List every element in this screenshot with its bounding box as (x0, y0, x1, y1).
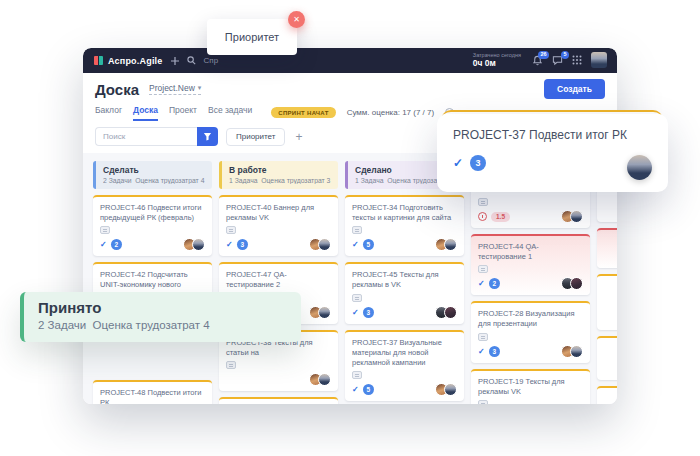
kanban-card[interactable] (597, 336, 617, 380)
kanban-card[interactable]: PROJECT-34 Подготовить тексты и картинки… (345, 195, 464, 256)
time-spent-badge: 1.5 (491, 212, 510, 222)
card-title: PROJECT-19 Тексты для рекламы VK (478, 377, 583, 397)
kanban-card[interactable]: PROJECT-44 QA-тестирование 1✓2 (471, 234, 590, 295)
estimate-badge: 2 (111, 239, 122, 250)
funnel-icon (203, 132, 212, 141)
kanban-card[interactable]: PROJECT-45 Тексты для рекламы в VK✓3 (345, 262, 464, 323)
user-avatar[interactable] (591, 52, 607, 68)
column-title: Сделать (103, 165, 206, 175)
nav-menu-partial[interactable]: Спр (204, 56, 219, 65)
description-icon (226, 361, 236, 369)
card-footer-left: ✓2 (478, 278, 500, 289)
check-icon: ✓ (352, 308, 359, 317)
card-footer: ✓3 (478, 345, 583, 358)
avatar (570, 210, 583, 223)
search-icon[interactable] (187, 56, 196, 65)
avatar (444, 383, 457, 396)
assignee-avatars (561, 277, 583, 290)
check-icon: ✓ (352, 385, 359, 394)
column-subtitle: 2 Задачи Оценка трудозатрат 4 (103, 177, 206, 184)
create-button[interactable]: Создать (544, 79, 605, 99)
column-subtitle: 1 Задача Оценка трудозатрат 3 (229, 177, 332, 184)
task-popup-card[interactable]: PROJECT-37 Подвести итог РК ✓ 3 (437, 114, 668, 192)
avatar (444, 238, 457, 251)
kanban-card[interactable] (597, 274, 617, 330)
priority-filter-chip[interactable]: Приоритет (226, 128, 285, 146)
kanban-card[interactable]: теории✓3 (219, 397, 338, 404)
brand-name: Аспро.Agile (108, 56, 163, 66)
score-label: Сумм. оценка: 17 (7 / 7) (347, 108, 435, 117)
check-icon: ✓ (478, 347, 485, 356)
description-icon (226, 226, 236, 234)
card-footer: ✓5 (352, 238, 457, 251)
brand: Аспро.Agile (93, 55, 163, 66)
kanban-card[interactable]: PROJECT-48 Подвести итоги РК✓2 (93, 380, 212, 404)
tab-board[interactable]: Доска (133, 105, 158, 121)
kanban-card[interactable]: PROJECT-40 Баннер для рекламы VK✓3 (219, 195, 338, 256)
notifications-button[interactable]: 26 (532, 55, 543, 66)
messages-button[interactable]: 5 (552, 55, 563, 66)
board-column (597, 161, 617, 404)
check-icon: ✓ (478, 279, 485, 288)
tab-all-tasks[interactable]: Все задачи (208, 105, 252, 121)
card-title: PROJECT-37 Визуальные материалы для ново… (352, 338, 457, 368)
card-footer: 1.5 (478, 210, 583, 223)
assignee-avatars (309, 373, 331, 386)
page: Аспро.Agile Спр Затрачено сегодня 0ч 0м (0, 0, 700, 456)
assignee-avatar (627, 155, 652, 180)
kanban-card[interactable] (597, 386, 617, 404)
tab-backlog[interactable]: Баклог (95, 105, 122, 121)
kanban-card[interactable]: PROJECT-19 Тексты для рекламы VK✓5 (471, 369, 590, 405)
card-title: PROJECT-40 Баннер для рекламы VK (226, 203, 331, 223)
estimate-badge: 3 (489, 346, 500, 357)
board-column: 1.5PROJECT-44 QA-тестирование 1✓2PROJECT… (471, 161, 590, 404)
description-icon (352, 371, 362, 379)
assignee-avatars (309, 306, 331, 319)
kanban-card[interactable]: PROJECT-28 Визуализация для презентации✓… (471, 301, 590, 362)
assignee-avatars (435, 306, 457, 319)
card-footer: ✓3 (352, 306, 457, 319)
column-header: В работе1 Задача Оценка трудозатрат 3 (219, 161, 338, 189)
kanban-card[interactable]: PROJECT-37 Визуальные материалы для ново… (345, 330, 464, 401)
card-footer-left: ✓5 (352, 239, 374, 250)
estimate-badge: 3 (363, 307, 374, 318)
description-icon (478, 333, 488, 341)
sprint-status-badge: СПРИНТ НАЧАТ (271, 107, 335, 118)
check-icon: ✓ (100, 240, 107, 249)
apps-grid-icon[interactable] (572, 55, 582, 65)
board-column: Сделано1 Задача Оценка трудозатратPROJEC… (345, 161, 464, 404)
board-header: Доска Project.New ▾ Создать (83, 73, 617, 102)
column-header: Сделать2 Задачи Оценка трудозатрат 4 (93, 161, 212, 189)
assignee-avatars (435, 383, 457, 396)
card-footer-left: ✓3 (478, 346, 500, 357)
avatar (570, 345, 583, 358)
priority-tooltip: Приоритет ✕ (207, 19, 297, 55)
project-selector[interactable]: Project.New ▾ (149, 83, 201, 95)
column-title: В работе (229, 165, 332, 175)
card-footer: ✓2 (100, 238, 205, 251)
card-footer: ✓5 (352, 383, 457, 396)
kanban-card[interactable] (597, 228, 617, 268)
filter-button[interactable] (197, 127, 218, 146)
tab-project[interactable]: Проект (169, 105, 197, 121)
app-window: Аспро.Agile Спр Затрачено сегодня 0ч 0м (83, 48, 617, 404)
card-footer: ✓3 (226, 238, 331, 251)
estimate-badge: 3 (237, 239, 248, 250)
accepted-subtitle: 2 Задачи Оценка трудозатрат 4 (38, 319, 287, 331)
page-title: Доска (95, 81, 139, 98)
card-title: PROJECT-44 QA-тестирование 1 (478, 242, 583, 262)
search-input[interactable] (95, 127, 197, 146)
card-footer-left: 1.5 (478, 212, 510, 222)
check-icon: ✓ (226, 240, 233, 249)
check-icon: ✓ (453, 156, 463, 170)
close-icon[interactable]: ✕ (288, 11, 305, 28)
accepted-column-overlay: Принято 2 Задачи Оценка трудозатрат 4 (20, 292, 301, 342)
add-filter-button[interactable]: + (293, 131, 304, 143)
card-footer-left: ✓3 (352, 307, 374, 318)
add-icon[interactable] (171, 57, 179, 65)
avatar (318, 306, 331, 319)
alarm-icon (478, 212, 487, 221)
priority-tooltip-label: Приоритет (225, 31, 279, 43)
assignee-avatars (435, 238, 457, 251)
kanban-card[interactable]: PROJECT-46 Подвести итоги предыдущей РК … (93, 195, 212, 256)
